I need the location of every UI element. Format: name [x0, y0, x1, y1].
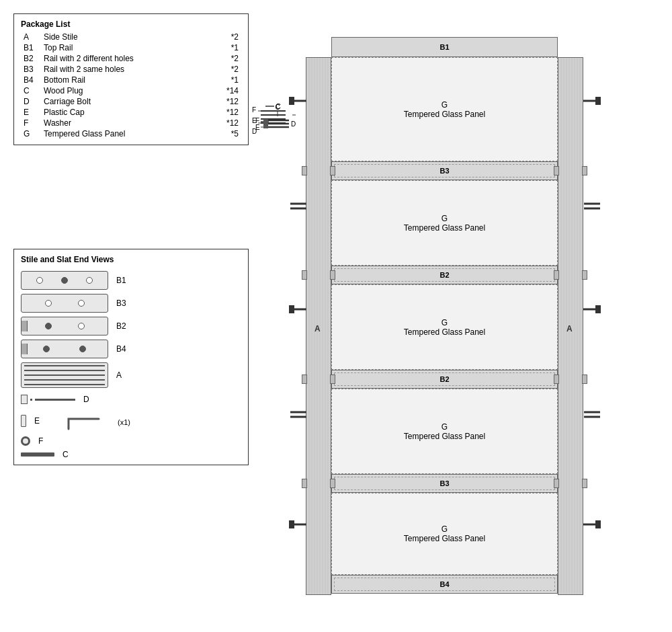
line	[24, 370, 105, 371]
slat-label-f: F	[38, 436, 58, 446]
item-f	[21, 436, 30, 446]
glass-g3-label1: G	[442, 318, 448, 327]
glass-g5-label1: G	[442, 524, 448, 534]
slat-label-b1: B1	[116, 276, 136, 285]
hardware-diagram-block: C F E D	[254, 104, 301, 143]
connector-l-b2a-r	[554, 270, 559, 280]
connector-r-b3a	[330, 166, 335, 175]
package-table-row: G Tempered Glass Panel *5	[21, 128, 241, 139]
hw-double-mid-right	[584, 410, 600, 422]
package-table-row: D Carriage Bolt *12	[21, 96, 241, 107]
circle-1	[45, 300, 52, 307]
rail-b1-label: B1	[439, 43, 449, 51]
connector-r-b3b	[330, 479, 335, 488]
rail-b3b: B3	[331, 474, 558, 493]
slat-row-f: F	[21, 436, 241, 446]
connector-l-b2b-r	[554, 374, 559, 384]
glass-panel-g4: G Tempered Glass Panel	[331, 389, 558, 474]
circle-2	[78, 300, 85, 307]
package-table-row: E Plastic Cap *12	[21, 107, 241, 118]
svg-text:D: D	[291, 120, 296, 128]
line	[24, 374, 105, 376]
glass-g1-label2: Tempered Glass Panel	[404, 110, 485, 119]
glass-g4-label2: Tempered Glass Panel	[404, 432, 485, 441]
circle-1	[43, 346, 50, 352]
line	[24, 384, 105, 385]
bolt-shaft-icon	[35, 399, 75, 401]
connector-r-b2a-r	[582, 270, 587, 280]
slat-row-b2: B2	[21, 317, 241, 335]
item-name: Rail with 2 different holes	[41, 53, 196, 64]
glass-g5-label2: Tempered Glass Panel	[404, 534, 485, 543]
glass-g2-label1: G	[442, 214, 448, 223]
svg-text:C: C	[275, 104, 280, 111]
package-list-title: Package List	[21, 19, 241, 29]
end-view-a	[21, 362, 108, 388]
connector-l-b3a	[302, 166, 307, 175]
end-view-a-lines	[22, 363, 108, 387]
end-view-b1	[21, 271, 108, 290]
line	[24, 365, 105, 366]
item-qty: *12	[196, 107, 241, 118]
stile-right-label: A	[566, 324, 573, 333]
slat-box: Stile and Slat End Views B1 B3	[13, 249, 249, 465]
item-id: B2	[21, 53, 41, 64]
svg-rect-49	[595, 520, 601, 528]
connector-l-b2a	[302, 270, 307, 280]
svg-text:E: E	[255, 124, 260, 131]
package-table-row: B3 Rail with 2 same holes *2	[21, 64, 241, 75]
item-id: A	[21, 32, 41, 42]
hex-key-row: (x1)	[65, 412, 130, 432]
item-name: Washer	[41, 118, 196, 128]
slat-row-e: E	[21, 415, 54, 427]
connector-r-b2b-r	[582, 374, 587, 384]
slat-row-b3: B3	[21, 294, 241, 313]
item-qty: *2	[196, 32, 241, 42]
item-name: Bottom Rail	[41, 75, 196, 85]
slat-row-d: D	[21, 395, 241, 404]
end-view-b3	[21, 294, 108, 313]
item-id: G	[21, 128, 41, 139]
connector-l-b3b	[302, 479, 307, 488]
glass-panel-g2: G Tempered Glass Panel	[331, 180, 558, 266]
bolt-icon-bottom-right	[583, 518, 602, 531]
double-line-right-mid	[584, 410, 600, 420]
package-table: A Side Stile *2 B1 Top Rail *1 B2 Rail w…	[21, 32, 241, 139]
slat-row-c: C	[21, 450, 241, 459]
item-name: Rail with 2 same holes	[41, 64, 196, 75]
glass-g4-label1: G	[442, 422, 448, 432]
item-name: Wood Plug	[41, 85, 196, 96]
slat-row-b1: B1	[21, 271, 241, 290]
item-id: F	[21, 118, 41, 128]
slat-label-a: A	[116, 370, 136, 380]
glass-panel-g1: G Tempered Glass Panel	[331, 57, 558, 161]
item-id: C	[21, 85, 41, 96]
item-qty: *5	[196, 128, 241, 139]
hex-key-label: (x1)	[118, 418, 130, 426]
slat-label-e: E	[34, 416, 54, 426]
hw-double-mid	[290, 410, 306, 422]
slat-row-b4: B4	[21, 340, 241, 358]
item-qty: *1	[196, 42, 241, 53]
hw-bolt-bottom-right	[583, 518, 602, 533]
line	[24, 379, 105, 381]
package-table-row: B2 Rail with 2 different holes *2	[21, 53, 241, 64]
package-table-row: C Wood Plug *14	[21, 85, 241, 96]
hw-double-top-right	[584, 202, 600, 213]
hardware-detail-svg: C F E D	[254, 104, 301, 141]
item-name: Top Rail	[41, 42, 196, 53]
item-qty: *14	[196, 85, 241, 96]
slat-label-b2: B2	[116, 321, 136, 331]
item-name: Tempered Glass Panel	[41, 128, 196, 139]
svg-rect-38	[289, 520, 294, 528]
package-list-box: Package List A Side Stile *2 B1 Top Rail…	[13, 13, 249, 145]
glass-g2-label2: Tempered Glass Panel	[404, 223, 485, 233]
hw-bolt-bottom	[289, 518, 308, 533]
connector-r-b3b-r	[582, 479, 587, 488]
item-qty: *1	[196, 75, 241, 85]
item-qty: *12	[196, 96, 241, 107]
item-name: Side Stile	[41, 32, 196, 42]
bolt-icon-mid	[289, 303, 308, 316]
glass-g3-label2: Tempered Glass Panel	[404, 327, 485, 337]
double-line-icon-mid	[290, 410, 306, 420]
